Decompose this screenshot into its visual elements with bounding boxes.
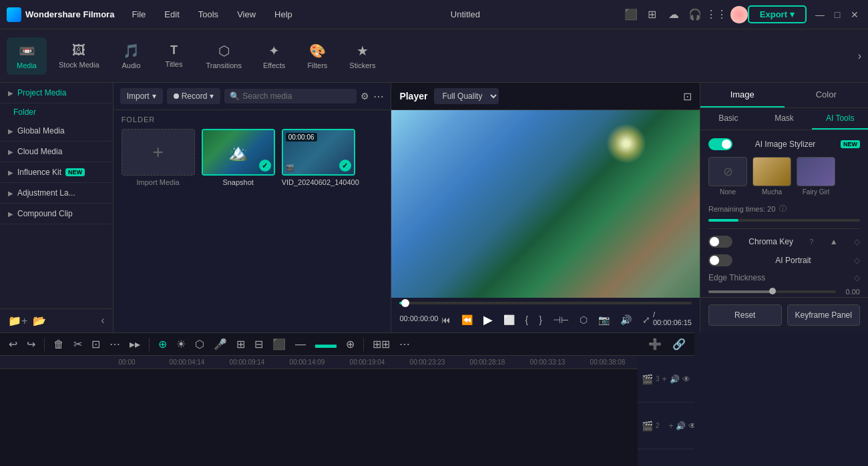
overlay-button[interactable]: ⊞ [233, 336, 248, 353]
monitor-icon[interactable]: ⬛ [624, 7, 638, 22]
folder-icon[interactable]: 📂 [33, 314, 46, 327]
sidebar-item-adjustment[interactable]: ▶ Adjustment La... [0, 183, 113, 204]
slider-track[interactable] [708, 290, 836, 293]
sidebar-item-global-media[interactable]: ▶ Global Media [0, 121, 113, 142]
subtab-ai-tools[interactable]: AI Tools [812, 108, 868, 130]
undo-button[interactable]: ↩ [5, 336, 21, 353]
fullscreen-button[interactable]: ⤢ [640, 313, 653, 326]
player-expand-icon[interactable]: ⊡ [683, 90, 692, 103]
options-button[interactable]: ⋯ [396, 336, 413, 353]
sidebar-item-influence-kit[interactable]: ▶ Influence Kit NEW [0, 162, 113, 183]
menu-help[interactable]: Help [270, 7, 296, 22]
filter-icon[interactable]: ⚙ [361, 91, 369, 101]
import-media-thumb[interactable]: + Import Media [122, 129, 195, 186]
redo-button[interactable]: ↪ [23, 336, 39, 353]
ripple-button[interactable]: ⊕ [155, 336, 170, 353]
video-thumb-box[interactable]: 00:00:06 🎬 ✓ [282, 129, 355, 176]
import-button[interactable]: Import ▾ [120, 88, 163, 104]
tool-media[interactable]: 📼 Media [7, 37, 47, 75]
user-avatar[interactable] [730, 6, 748, 23]
sidebar-item-project-media[interactable]: ▶ Project Media [0, 83, 113, 103]
edge-thickness-slider[interactable]: 0.00 [708, 288, 860, 296]
skip-back-button[interactable]: ⏮ [439, 313, 453, 326]
video-thumb[interactable]: 00:00:06 🎬 ✓ VID_20240602_140400 [282, 129, 355, 186]
search-box[interactable]: 🔍 [224, 89, 357, 103]
tool-filters[interactable]: 🎨 Filters [297, 37, 337, 75]
tool-transitions[interactable]: ⬡ Transitions [197, 37, 251, 75]
color-button[interactable]: ☀ [173, 336, 189, 353]
more-options-icon[interactable]: ⋯ [373, 90, 384, 103]
track-add-icon[interactable]: + [668, 421, 673, 431]
link-button[interactable]: 🔗 [669, 336, 689, 353]
frame-back-button[interactable]: ⏪ [459, 313, 475, 326]
shield-button[interactable]: ⬡ [192, 336, 208, 353]
menu-edit[interactable]: Edit [160, 7, 183, 22]
chroma-help-icon[interactable]: ? [809, 238, 813, 246]
tool-titles[interactable]: T Titles [154, 38, 194, 73]
tool-audio[interactable]: 🎵 Audio [112, 37, 152, 75]
snapshot-thumb-box[interactable]: ✓ [202, 129, 275, 176]
stop-button[interactable]: ⬜ [501, 313, 517, 326]
grid-view-button[interactable]: ⊞⊞ [369, 336, 393, 353]
more-button[interactable]: ▸▸ [126, 336, 144, 353]
subtab-mask[interactable]: Mask [756, 108, 813, 130]
grid-icon[interactable]: ⊞ [645, 7, 660, 22]
menu-view[interactable]: View [233, 7, 260, 22]
import-thumb-box[interactable]: + [122, 129, 195, 176]
style-none[interactable]: ⊘ None [708, 157, 747, 196]
menu-file[interactable]: File [128, 7, 150, 22]
chroma-key-toggle[interactable] [708, 236, 732, 248]
cloud-upload-icon[interactable]: ☁ [666, 7, 681, 22]
speed-button[interactable]: — [292, 336, 309, 353]
add-button[interactable]: ⊕ [343, 336, 358, 353]
chroma-expand-icon[interactable]: ▲ [830, 237, 838, 246]
tool-stickers[interactable]: ★ Stickers [340, 37, 385, 75]
menu-tools[interactable]: Tools [194, 7, 222, 22]
mic-button[interactable]: 🎤 [210, 336, 230, 353]
crop-button[interactable]: ⊡ [88, 336, 103, 353]
track-eye-icon[interactable]: 👁 [688, 421, 694, 431]
edge-thickness-diamond[interactable]: ◇ [854, 273, 860, 282]
export-button[interactable]: Export ▾ [748, 5, 807, 23]
style-mucha[interactable]: Mucha [752, 157, 791, 196]
tool-effects[interactable]: ✦ Effects [254, 37, 294, 75]
play-button[interactable]: ▶ [481, 311, 495, 328]
split-audio-button[interactable]: ⋯ [106, 336, 124, 353]
tab-color[interactable]: Color [785, 83, 869, 107]
reset-button[interactable]: Reset [708, 304, 782, 326]
keyframe-panel-button[interactable]: Keyframe Panel [787, 304, 861, 326]
sidebar-item-cloud-media[interactable]: ▶ Cloud Media [0, 142, 113, 162]
snapshot-thumb[interactable]: ✓ Snapshot [202, 129, 275, 186]
maximize-button[interactable]: □ [831, 8, 844, 21]
ai-stylizer-toggle[interactable] [708, 138, 732, 150]
headset-icon[interactable]: 🎧 [688, 7, 702, 22]
ai-portrait-toggle[interactable] [708, 254, 732, 266]
mark-out-button[interactable]: } [536, 313, 545, 326]
progress-bar[interactable] [399, 302, 692, 304]
track-audio-icon[interactable]: 🔊 [670, 375, 680, 384]
quality-select[interactable]: Full Quality 1/2 Quality 1/4 Quality [434, 88, 499, 104]
delete-button[interactable]: 🗑 [50, 336, 67, 353]
cut-button[interactable]: ✂ [70, 336, 85, 353]
sidebar-folder[interactable]: Folder [0, 103, 113, 121]
snapshot-button[interactable]: 📷 [596, 313, 612, 326]
tool-stock-media[interactable]: 🖼 Stock Media [49, 37, 109, 74]
toolbar-expand-icon[interactable]: › [858, 50, 861, 62]
chroma-diamond-icon[interactable]: ◇ [854, 237, 860, 246]
close-button[interactable]: ✕ [848, 8, 861, 21]
speed-plus-button[interactable]: ▬▬ [312, 336, 340, 353]
clip-button[interactable]: ⊟ [251, 336, 266, 353]
track-add-icon[interactable]: + [662, 375, 667, 384]
record-button[interactable]: Record ▾ [167, 88, 221, 104]
style-fairy-girl[interactable]: Fairy Girl [797, 157, 835, 196]
sidebar-collapse-icon[interactable]: ‹ [101, 314, 104, 327]
sidebar-item-compound-clip[interactable]: ▶ Compound Clip [0, 204, 113, 224]
mark-in-button[interactable]: { [523, 313, 531, 326]
transition-button[interactable]: ⬛ [269, 336, 289, 353]
slider-thumb[interactable] [769, 288, 776, 294]
subtab-basic[interactable]: Basic [700, 108, 756, 130]
ai-portrait-diamond-icon[interactable]: ◇ [854, 256, 860, 265]
track-audio-icon[interactable]: 🔊 [676, 421, 686, 431]
search-input[interactable] [242, 91, 351, 101]
clip-select-button[interactable]: ⬡ [577, 313, 590, 326]
